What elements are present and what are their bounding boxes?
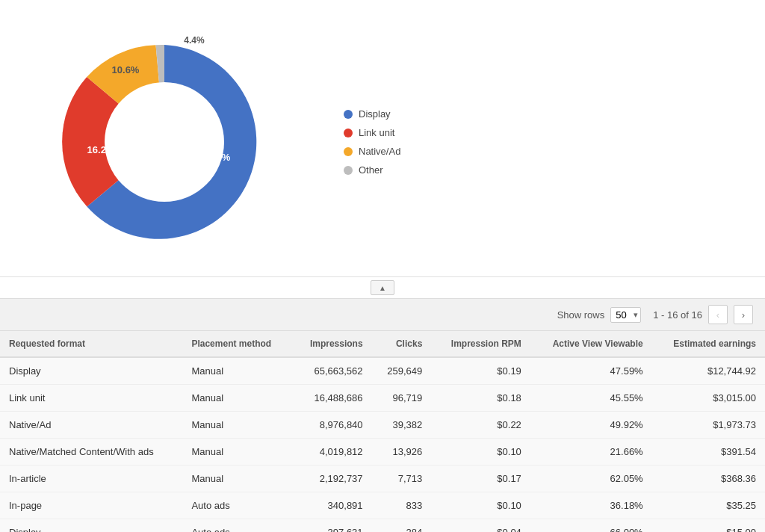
col-header-placement: Placement method: [182, 331, 292, 357]
cell-active-view: 21.66%: [530, 439, 652, 466]
cell-placement: Auto ads: [182, 492, 292, 519]
cell-active-view: 62.05%: [530, 466, 652, 492]
legend-label-linkunit: Link unit: [359, 127, 394, 138]
page-wrapper: 68.7% 16.2% 10.6% 4.4% Display Link unit…: [0, 0, 765, 532]
table-row: In-article Manual 2,192,737 7,713 $0.17 …: [0, 466, 765, 492]
cell-format: Link unit: [0, 385, 182, 412]
cell-rpm: $0.17: [431, 466, 530, 492]
rows-select[interactable]: 50: [610, 307, 641, 323]
cell-impressions: 4,019,812: [292, 439, 371, 466]
legend-label-display: Display: [359, 108, 391, 120]
cell-rpm: $0.18: [431, 385, 530, 412]
legend-item-linkunit: Link unit: [344, 127, 400, 138]
cell-impressions: 16,488,686: [292, 385, 371, 412]
rows-select-wrapper[interactable]: 50: [610, 307, 641, 323]
cell-placement: Manual: [182, 466, 292, 492]
show-rows-label: Show rows: [557, 309, 605, 321]
cell-clicks: 96,719: [372, 385, 432, 412]
cell-earnings: $368.36: [652, 466, 765, 492]
cell-earnings: $35.25: [652, 492, 765, 519]
cell-clicks: 259,649: [372, 357, 432, 385]
table-controls: Show rows 50 1 - 16 of 16 ‹ ›: [0, 299, 765, 331]
svg-text:68.7%: 68.7%: [203, 152, 231, 163]
legend-item-display: Display: [344, 108, 400, 120]
table-row: Link unit Manual 16,488,686 96,719 $0.18…: [0, 385, 765, 412]
col-header-format: Requested format: [0, 331, 182, 357]
cell-rpm: $0.04: [431, 519, 530, 533]
cell-placement: Manual: [182, 412, 292, 439]
cell-format: Native/Matched Content/With ads: [0, 439, 182, 466]
prev-page-button[interactable]: ‹: [708, 305, 728, 324]
next-page-button[interactable]: ›: [734, 305, 753, 324]
pagination-text: 1 - 16 of 16: [653, 309, 702, 321]
svg-point-0: [105, 82, 224, 202]
legend-dot-display: [344, 110, 353, 119]
cell-active-view: 45.55%: [530, 385, 652, 412]
cell-rpm: $0.10: [431, 492, 530, 519]
legend-dot-other: [344, 166, 353, 175]
table-row: In-page Auto ads 340,891 833 $0.10 36.18…: [0, 492, 765, 519]
cell-clicks: 39,382: [372, 412, 432, 439]
col-header-clicks: Clicks: [372, 331, 432, 357]
cell-format: Display: [0, 519, 182, 533]
chart-legend: Display Link unit Native/Ad Other: [344, 108, 400, 176]
table-row: Display Manual 65,663,562 259,649 $0.19 …: [0, 357, 765, 385]
cell-format: Native/Ad: [0, 412, 182, 439]
cell-placement: Manual: [182, 439, 292, 466]
cell-impressions: 65,663,562: [292, 357, 371, 385]
col-header-earnings: Estimated earnings: [652, 331, 765, 357]
table-section: Show rows 50 1 - 16 of 16 ‹ › Requested …: [0, 298, 765, 532]
cell-active-view: 36.18%: [530, 492, 652, 519]
cell-format: Display: [0, 357, 182, 385]
col-header-active-view: Active View Viewable: [530, 331, 652, 357]
table-row: Display Auto ads 397,631 284 $0.04 66.00…: [0, 519, 765, 533]
cell-earnings: $12,744.92: [652, 357, 765, 385]
table-header-row: Requested format Placement method Impres…: [0, 331, 765, 357]
cell-rpm: $0.22: [431, 412, 530, 439]
cell-format: In-page: [0, 492, 182, 519]
cell-format: In-article: [0, 466, 182, 492]
col-header-rpm: Impression RPM: [431, 331, 530, 357]
collapse-bar: ▲: [0, 276, 765, 298]
cell-rpm: $0.10: [431, 439, 530, 466]
legend-item-nativead: Native/Ad: [344, 146, 400, 157]
legend-item-other: Other: [344, 164, 400, 176]
cell-placement: Manual: [182, 385, 292, 412]
legend-label-other: Other: [359, 164, 383, 176]
svg-text:16.2%: 16.2%: [87, 144, 115, 155]
table-row: Native/Ad Manual 8,976,840 39,382 $0.22 …: [0, 412, 765, 439]
cell-clicks: 833: [372, 492, 432, 519]
cell-impressions: 397,631: [292, 519, 371, 533]
svg-text:10.6%: 10.6%: [112, 64, 140, 75]
cell-impressions: 2,192,737: [292, 466, 371, 492]
table-row: Native/Matched Content/With ads Manual 4…: [0, 439, 765, 466]
cell-active-view: 47.59%: [530, 357, 652, 385]
cell-active-view: 49.92%: [530, 412, 652, 439]
legend-dot-linkunit: [344, 129, 353, 137]
cell-earnings: $3,015.00: [652, 385, 765, 412]
collapse-button[interactable]: ▲: [371, 280, 394, 295]
legend-dot-nativead: [344, 147, 353, 156]
cell-clicks: 284: [372, 519, 432, 533]
data-table: Requested format Placement method Impres…: [0, 331, 765, 532]
svg-text:4.4%: 4.4%: [184, 35, 205, 46]
cell-impressions: 8,976,840: [292, 412, 371, 439]
cell-active-view: 66.00%: [530, 519, 652, 533]
cell-earnings: $1,973.73: [652, 412, 765, 439]
chart-section: 68.7% 16.2% 10.6% 4.4% Display Link unit…: [0, 0, 765, 276]
col-header-impressions: Impressions: [292, 331, 371, 357]
cell-rpm: $0.19: [431, 357, 530, 385]
cell-placement: Auto ads: [182, 519, 292, 533]
cell-placement: Manual: [182, 357, 292, 385]
cell-earnings: $391.54: [652, 439, 765, 466]
cell-clicks: 13,926: [372, 439, 432, 466]
legend-label-nativead: Native/Ad: [359, 146, 400, 157]
cell-impressions: 340,891: [292, 492, 371, 519]
cell-earnings: $15.00: [652, 519, 765, 533]
donut-chart: 68.7% 16.2% 10.6% 4.4%: [45, 22, 284, 262]
cell-clicks: 7,713: [372, 466, 432, 492]
